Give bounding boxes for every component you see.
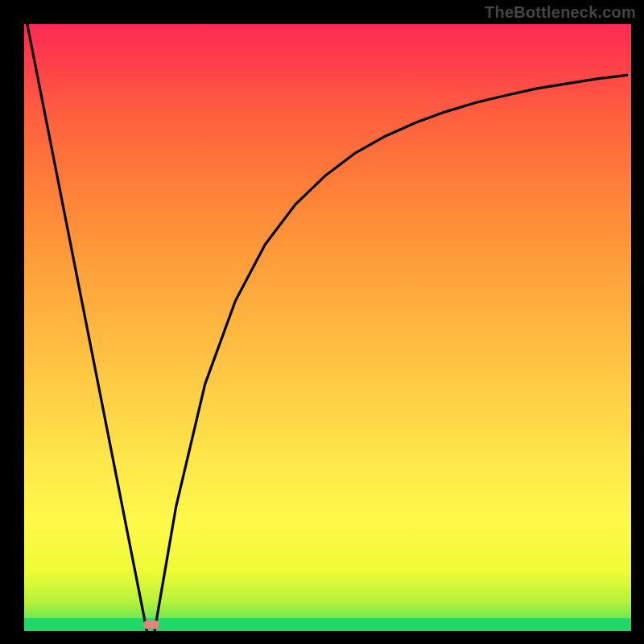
vertex-marker [143, 621, 159, 630]
curve-path [27, 24, 627, 630]
plot-area [24, 24, 631, 631]
chart-frame: TheBottleneck.com [0, 0, 644, 644]
watermark-text: TheBottleneck.com [485, 3, 636, 22]
curve-svg [24, 24, 631, 631]
